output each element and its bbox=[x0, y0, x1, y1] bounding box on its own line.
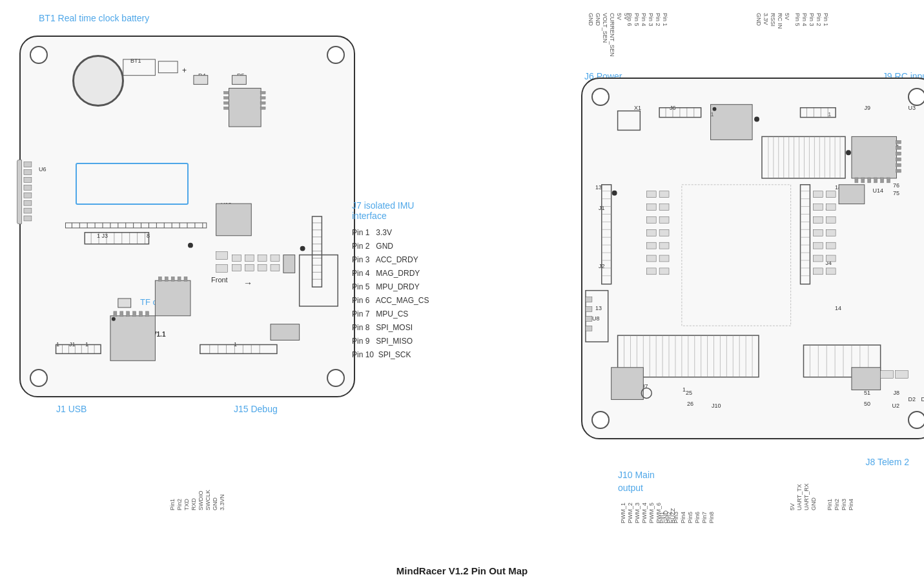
svg-rect-164 bbox=[801, 185, 810, 284]
bottom-name-pwm4: PWM_4 bbox=[641, 472, 648, 523]
j15-footer-label: J15 Debug bbox=[234, 404, 278, 414]
svg-rect-3 bbox=[232, 76, 246, 85]
svg-rect-123 bbox=[896, 146, 901, 149]
svg-rect-6 bbox=[260, 96, 265, 99]
bottom-name-pwm6: PWM_6 bbox=[655, 472, 662, 523]
svg-rect-75 bbox=[24, 177, 32, 182]
svg-rect-12 bbox=[224, 107, 229, 109]
top-name-j9-rssi: RSSI bbox=[770, 13, 776, 65]
svg-rect-209 bbox=[881, 371, 894, 379]
bottom-pin-j10-pin4: Pin4 bbox=[680, 472, 686, 523]
svg-rect-226 bbox=[659, 242, 669, 249]
svg-rect-223 bbox=[646, 229, 656, 236]
bottom-pins-j8-area: Pin1 Pin2 Pin3 Pin4 bbox=[826, 459, 854, 510]
top-pin-j9-pin1: Pin 1 bbox=[823, 13, 829, 65]
bottom-pin-rxd: RXD bbox=[190, 459, 197, 510]
bottom-pin-gnd: GND bbox=[212, 459, 218, 510]
svg-rect-95 bbox=[245, 264, 254, 271]
svg-rect-58 bbox=[56, 344, 101, 353]
svg-rect-91 bbox=[216, 264, 228, 272]
svg-rect-127 bbox=[896, 169, 901, 173]
svg-text:1: 1 bbox=[711, 111, 714, 118]
svg-rect-32 bbox=[216, 204, 252, 236]
svg-rect-232 bbox=[826, 191, 836, 198]
bt1-label: BT1 Real time clock battery bbox=[39, 13, 149, 23]
svg-rect-49 bbox=[110, 316, 155, 361]
bottom-pin-pin2: Pin2 bbox=[176, 459, 183, 510]
bottom-pin-swdio: SWDIO bbox=[198, 459, 204, 510]
j7-pin3: Pin 3 ACC_DRDY bbox=[352, 253, 481, 267]
svg-rect-90 bbox=[216, 252, 228, 260]
svg-rect-122 bbox=[896, 140, 901, 143]
bottom-pin-j10-pin8: Pin8 bbox=[708, 472, 715, 523]
top-name-j6-5v1: 5V bbox=[616, 13, 622, 65]
svg-rect-128 bbox=[855, 178, 858, 183]
svg-rect-78 bbox=[24, 200, 32, 205]
svg-point-104 bbox=[300, 246, 305, 251]
svg-rect-129 bbox=[861, 178, 865, 183]
top-pin-j9-pin2: Pin 2 bbox=[816, 13, 822, 65]
j7-pin10: Pin 10 SPI_SCK bbox=[352, 348, 481, 362]
bottom-names-j10-area: PWM_1 PWM_2 PWM_3 PWM_4 PWM_5 PWM_6 GND … bbox=[620, 472, 676, 523]
svg-rect-4 bbox=[229, 89, 262, 127]
svg-rect-242 bbox=[826, 255, 836, 262]
svg-rect-215 bbox=[586, 316, 592, 321]
bottom-pin-txd: TXD bbox=[183, 459, 190, 510]
svg-rect-231 bbox=[813, 191, 823, 198]
bottom-name-pwm3: PWM_3 bbox=[634, 472, 641, 523]
right-panel: Pin 6 Pin 5 Pin 4 Pin 3 Pin 2 Pin 1 GND … bbox=[549, 13, 924, 439]
svg-rect-7 bbox=[260, 101, 265, 104]
svg-rect-238 bbox=[826, 229, 836, 236]
bottom-pin-j8-pin3: Pin3 bbox=[841, 459, 847, 510]
svg-rect-230 bbox=[659, 268, 669, 275]
svg-rect-46 bbox=[171, 277, 174, 281]
top-pins-j6-area: Pin 6 Pin 5 Pin 4 Pin 3 Pin 2 Pin 1 bbox=[626, 13, 668, 65]
bottom-pin-33vn: 3.3VN bbox=[219, 459, 225, 510]
bottom-name-j8-uart-tx: UART_TX bbox=[796, 459, 803, 510]
top-pin-j6-pin2: Pin 2 bbox=[655, 13, 661, 65]
svg-rect-217 bbox=[646, 191, 656, 198]
svg-rect-0 bbox=[123, 59, 156, 76]
svg-rect-1 bbox=[158, 61, 178, 73]
svg-rect-213 bbox=[586, 297, 592, 302]
svg-point-247 bbox=[754, 117, 759, 122]
bottom-pin-j8-pin1: Pin1 bbox=[826, 459, 833, 510]
j7-pin4: Pin 4 MAG_DRDY bbox=[352, 267, 481, 280]
j7-pin9: Pin 9 SPI_MISO bbox=[352, 335, 481, 348]
svg-rect-228 bbox=[659, 255, 669, 262]
top-name-j6-gnd2: GND bbox=[595, 13, 601, 65]
svg-rect-99 bbox=[271, 264, 280, 271]
top-name-j9-rcin: RC IN bbox=[777, 13, 783, 65]
board-left: BT1 D4 D5 + U5 U6 TF card slot U10 1 J3 … bbox=[19, 36, 355, 397]
svg-rect-77 bbox=[24, 193, 32, 198]
svg-rect-65 bbox=[200, 344, 277, 353]
bottom-pin-j10-pin5: Pin5 bbox=[687, 472, 693, 523]
svg-rect-9 bbox=[224, 92, 229, 94]
top-name-j6-gnd1: GND bbox=[588, 13, 594, 65]
svg-rect-43 bbox=[155, 280, 190, 316]
bottom-pin-j8-pin4: Pin4 bbox=[848, 459, 854, 510]
svg-rect-100 bbox=[283, 255, 295, 273]
bottom-name-pwm1: PWM_1 bbox=[620, 472, 626, 523]
svg-rect-45 bbox=[165, 277, 168, 281]
svg-rect-47 bbox=[178, 277, 181, 281]
top-pin-j6-pin1: Pin 1 bbox=[662, 13, 668, 65]
svg-rect-11 bbox=[224, 101, 229, 104]
svg-rect-53 bbox=[133, 311, 136, 317]
svg-rect-244 bbox=[826, 268, 836, 275]
svg-rect-125 bbox=[896, 158, 901, 161]
svg-rect-214 bbox=[586, 306, 592, 311]
bottom-name-j8-uart-rx: UART_RX bbox=[803, 459, 810, 510]
bottom-pins-left-area: Pin1 Pin2 TXD RXD SWDIO SWCLK GND 3.3VN bbox=[169, 459, 225, 510]
j7-pin5: Pin 5 MPU_DRDY bbox=[352, 280, 481, 294]
svg-rect-97 bbox=[258, 264, 267, 271]
top-names-j6-area: GND GND VOLT_SEN CURRENT_SEN 5V 5V bbox=[588, 13, 630, 65]
svg-rect-52 bbox=[127, 311, 130, 317]
svg-point-103 bbox=[188, 243, 193, 248]
bottom-name-j8-gnd: GND bbox=[810, 459, 817, 510]
svg-rect-208 bbox=[852, 368, 881, 390]
svg-rect-73 bbox=[24, 162, 32, 167]
svg-rect-112 bbox=[711, 105, 753, 140]
top-pin-j9-pin5: Pin 5 bbox=[794, 13, 801, 65]
svg-rect-227 bbox=[646, 255, 656, 262]
